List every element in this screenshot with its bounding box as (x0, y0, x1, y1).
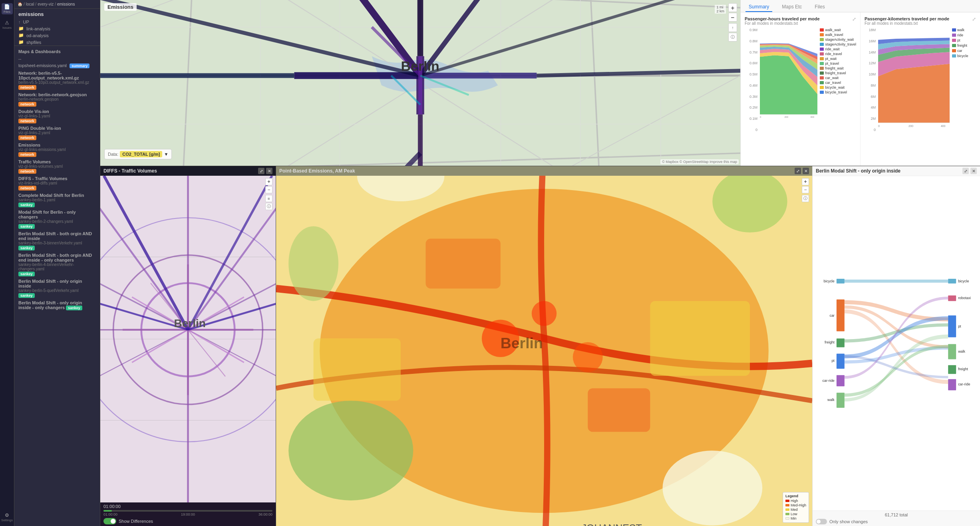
tab-summary[interactable]: Summary (745, 2, 772, 12)
badge-network1: network (18, 85, 36, 90)
info-diffs[interactable]: ⓘ (265, 203, 272, 210)
filename-s1: sankey-berlin-1.yaml (18, 198, 96, 202)
nav-item-sankey3[interactable]: Berlin Modal Shift - both orgin AND end … (14, 230, 100, 252)
dropdown-icon: ▼ (164, 152, 168, 157)
nav-item-emissions[interactable]: Emissions viz-gl-links-emissions.yaml ne… (14, 141, 100, 158)
close-btn-right[interactable]: ✕ (970, 168, 977, 174)
nav-item-double-vis[interactable]: Double Vis-ion viz-gl-links-1.yaml netwo… (14, 108, 100, 125)
svg-text:car: car (829, 314, 834, 318)
timeline-fill (103, 510, 112, 512)
chart2-y-axis: 18M16M14M12M10M8M6M4M2M0 (865, 28, 876, 132)
svg-text:Berlin: Berlin (174, 317, 205, 329)
chart1-svg-container: 0 200 400 (760, 28, 817, 140)
nav-item-traffic-vol[interactable]: Traffic Volumes viz-gl-links-volumes.yam… (14, 158, 100, 175)
zoom-out-em[interactable]: − (802, 186, 809, 193)
nav-item-ping-vis[interactable]: PING Double Vis-ion viz-gl-links-2.yaml … (14, 125, 100, 141)
close-btn-bl[interactable]: ✕ (266, 168, 272, 174)
zoom-in-em[interactable]: + (802, 178, 809, 185)
badge-sankey5: sankey (18, 293, 35, 298)
only-changes-toggle[interactable] (816, 519, 827, 524)
sidebar: 🏠 / local / every-viz / emissions emissi… (14, 0, 100, 526)
nav-item-topsheet[interactable]: topsheet-emissions.yaml summary (14, 62, 100, 69)
timeline-labels: 01:00:00 19:00:00 36:00:00 (103, 512, 272, 516)
sankey-svg: bicycle car freight pt car-ride walk (813, 176, 980, 510)
svg-rect-124 (837, 375, 845, 386)
info-em[interactable]: ⓘ (802, 195, 809, 202)
home-icon[interactable]: 🏠 (18, 2, 22, 6)
nav-item-sankey2[interactable]: Modal Shift for Berlin - only changers s… (14, 208, 100, 230)
nav-item-dash[interactable]: -- (14, 56, 100, 62)
timeline-time: 01:00:00 (103, 504, 272, 509)
data-selector[interactable]: Data: CO2_TOTAL [g/m] ▼ (104, 149, 172, 159)
bottom-left-panel: DIFFS - Traffic Volumes ⤢ ✕ (100, 166, 276, 526)
zoom-in-diffs[interactable]: + (265, 178, 272, 185)
close-btn-mid[interactable]: ✕ (803, 168, 809, 174)
show-diff-label: Show Differences (119, 519, 153, 524)
bottom-middle-panel: Point-Based Emissions, AM Peak ⤢ ✕ (276, 166, 812, 526)
emissions-legend: Legend High Med-High Med Low Min (783, 492, 809, 523)
badge-sankey2: sankey (18, 224, 35, 229)
data-value: CO2_TOTAL [g/m] (120, 151, 162, 157)
nav-item-sankey1[interactable]: Complete Modal Shift for Berlin sankey-b… (14, 192, 100, 208)
chart2-svg: 0 200 400 (878, 28, 950, 132)
filename-em: viz-gl-links-emissions.yaml (18, 147, 96, 152)
right-panel-tabs: Summary Maps Etc Files (741, 0, 980, 12)
sidebar-icon-settings[interactable]: ⚙ Settings (2, 512, 13, 523)
nav-item-network2[interactable]: Network: berlin-network.geojson berlin-n… (14, 91, 100, 108)
layers-diffs[interactable]: ≡ (265, 195, 272, 202)
chart2-expand[interactable]: ⤢ (972, 16, 976, 22)
folder-item-od-analysis[interactable]: 📁 od-analysis (14, 32, 100, 39)
folder-item-link-analysis[interactable]: 📁 link-analysis (14, 25, 100, 32)
bottom-mid-title-bar: Point-Based Emissions, AM Peak ⤢ ✕ (276, 166, 812, 176)
diffs-map-svg: Berlin Grunewald 1 mi 2 km (100, 176, 276, 502)
filename-diffs: viz-links-vol-diffs.yaml (18, 181, 96, 185)
show-diff-toggle[interactable] (103, 518, 116, 524)
badge-sankey4: sankey (18, 272, 35, 276)
svg-text:walk: walk (958, 349, 965, 353)
nav-item-sankey6[interactable]: Berlin Modal Shift - only origin inside … (14, 299, 100, 312)
expand-btn-mid[interactable]: ⤢ (795, 168, 801, 174)
svg-rect-122 (837, 353, 845, 369)
data-label: Data: (108, 152, 118, 157)
zoom-in-button[interactable]: + (728, 3, 737, 12)
badge-network7: network (18, 186, 36, 191)
svg-text:car-ride: car-ride (958, 382, 970, 386)
nav-item-sankey4[interactable]: Berlin Modal Shift - both orgin AND end … (14, 252, 100, 278)
chart1-svg: 0 200 400 (760, 28, 817, 132)
files-label: Files (4, 10, 10, 14)
badge-network4: network (18, 135, 36, 140)
sidebar-icon-files[interactable]: 📄 Files (2, 3, 13, 14)
svg-marker-56 (878, 64, 950, 123)
nav-item-network1[interactable]: Network: berlin-v5.5-10pct.output_networ… (14, 69, 100, 91)
sidebar-icon-issues[interactable]: ⚠ Issues (2, 19, 13, 30)
tab-files[interactable]: Files (811, 2, 828, 12)
svg-point-102 (288, 401, 413, 500)
issues-icon: ⚠ (5, 20, 9, 26)
expand-btn-bl[interactable]: ⤢ (258, 168, 264, 174)
folder-item-shpfiles[interactable]: 📁 shpfiles (14, 39, 100, 46)
filename-s3: sankey-berlin-3-binnenVerkehr.yaml (18, 241, 96, 245)
tab-maps-etc[interactable]: Maps Etc (779, 2, 805, 12)
timeline-track[interactable] (103, 510, 272, 512)
top-row: Berlin Ahrensfelde Grunewald Müggel Emis… (100, 0, 980, 166)
svg-point-104 (288, 226, 338, 301)
chart1-expand[interactable]: ⤢ (852, 16, 856, 22)
info-button[interactable]: ⓘ (728, 33, 737, 42)
up-icon: ↑ (18, 20, 21, 24)
chart1-y-axis: 0.9M0.8M0.7M0.6M0.5M0.4M0.3M0.2M0.1M0 (745, 28, 757, 132)
expand-btn-right[interactable]: ⤢ (962, 168, 969, 174)
title-actions-mid: ⤢ ✕ (795, 168, 809, 174)
chart1-title: Passenger-hours traveled per mode (745, 16, 820, 21)
zoom-out-diffs[interactable]: − (265, 186, 272, 193)
sankey-total: 61,712 total (816, 512, 977, 517)
nav-item-sankey5[interactable]: Berlin Modal Shift - only origin inside … (14, 278, 100, 299)
diffs-map: Berlin Grunewald 1 mi 2 km + − ≡ ⓘ (100, 176, 276, 502)
nav-item-diffs[interactable]: DIFFS - Traffic Volumes viz-links-vol-di… (14, 175, 100, 192)
zoom-out-button[interactable]: − (728, 13, 737, 22)
charts-area: Passenger-hours traveled per mode For al… (741, 12, 980, 166)
svg-text:freight: freight (958, 367, 968, 371)
filename-dv: viz-gl-links-1.yaml (18, 114, 96, 118)
compass-button[interactable]: ↑ (728, 23, 737, 32)
settings-icon: ⚙ (5, 512, 9, 518)
folder-item-up[interactable]: ↑ UP (14, 19, 100, 25)
